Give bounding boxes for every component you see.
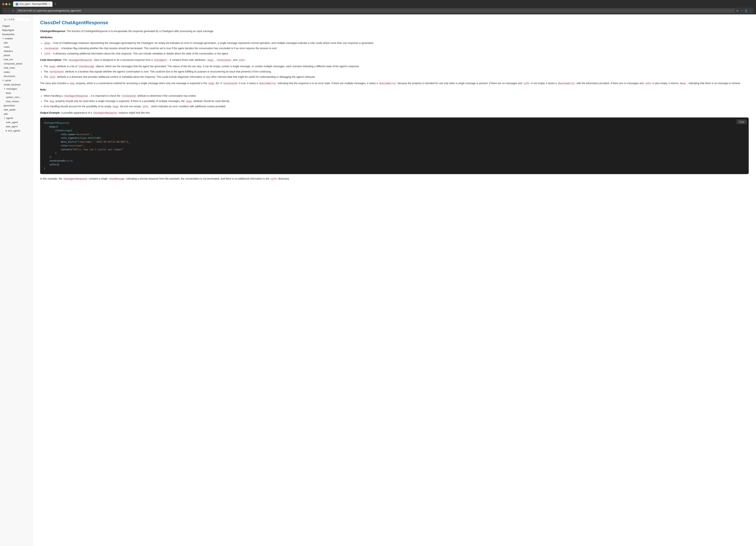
attribute-desc: : A dictionary containing additional inf…: [52, 52, 229, 55]
menu-icon[interactable]: ⋮: [749, 9, 752, 12]
copy-button[interactable]: Copy: [737, 120, 747, 124]
sidebar-item-utils[interactable]: utils: [0, 41, 33, 45]
sidebar-item-label: utils: [4, 113, 8, 115]
minimize-traffic-light[interactable]: [5, 3, 7, 5]
profile-icon[interactable]: 👤: [745, 9, 748, 12]
forward-button[interactable]: →: [8, 9, 11, 12]
code-inline: msgs: [112, 105, 119, 108]
extensions-icon[interactable]: ⊕: [736, 9, 739, 12]
sidebar-item-utils2[interactable]: utils: [0, 112, 33, 116]
code-inline: info: [49, 76, 56, 79]
sidebar-item-label: Introduction: [2, 33, 15, 36]
back-button[interactable]: ←: [4, 9, 7, 12]
sidebar-item-statistics[interactable]: statistics: [0, 49, 33, 53]
list-item: terminated : A boolean flag indicating w…: [44, 46, 749, 50]
sidebar-item-model-backend[interactable]: model_backend: [0, 83, 33, 87]
new-tab-button[interactable]: +: [54, 2, 57, 6]
note-list: When handling a ChatAgentResponse , it i…: [44, 94, 749, 109]
attributes-list: msgs : A list of ChatMessage instances r…: [44, 41, 749, 56]
attribute-desc: : A boolean flag indicating whether the …: [60, 47, 277, 50]
reload-button[interactable]: ↺: [12, 9, 14, 12]
code-inline: terminated: [121, 95, 137, 98]
close-traffic-light[interactable]: [2, 3, 4, 5]
active-tab[interactable]: chat_agent · RepoAgent帮助 ✕: [13, 1, 52, 7]
code-inline: msg: [49, 100, 55, 103]
list-item: info : A dictionary containing additiona…: [44, 52, 749, 56]
sidebar-item-chat-chain[interactable]: chat_chain: [0, 66, 33, 70]
sidebar-item-label: task_agent: [6, 125, 17, 128]
app-layout: XAgent RepoAgent Introduction ▼ chatdev …: [0, 14, 756, 546]
chevron-right-icon: ▶: [6, 130, 7, 132]
code-inline: info: [644, 82, 652, 85]
code-inline: msgs: [49, 65, 56, 68]
sidebar-item-generators[interactable]: generators: [0, 104, 33, 108]
code-inline: msgs: [185, 100, 193, 103]
code-inline: terminated: [216, 59, 232, 62]
sidebar-item-phase[interactable]: phase: [0, 53, 33, 57]
sidebar-group-chatdev[interactable]: ▼ chatdev: [0, 36, 33, 41]
sidebar-item-repoagent[interactable]: RepoAgent: [0, 28, 33, 32]
browser-chrome: chat_agent · RepoAgent帮助 ✕ + ← → ↺ ⊕ ☆ 👤…: [0, 0, 756, 14]
sidebar-item-system-mes[interactable]: system_mes...: [0, 95, 33, 99]
code-inline: info: [142, 105, 149, 108]
sidebar-item-documents[interactable]: documents: [0, 74, 33, 78]
code-inline: info: [523, 82, 530, 85]
sidebar-item-label: documents: [4, 75, 15, 78]
sidebar-item-base[interactable]: base: [0, 91, 33, 95]
code-inline: ChatAgent: [153, 59, 168, 62]
sidebar-item-critic-agent[interactable]: critic_agent: [0, 120, 33, 124]
sidebar-item-codes[interactable]: codes: [0, 70, 33, 74]
sidebar-group-agents[interactable]: ▼ agents: [0, 116, 33, 120]
page-title: ClassDef ChatAgentResponse: [40, 20, 749, 26]
sidebar-item-task-agent[interactable]: task_agent: [0, 124, 33, 129]
sidebar-item-chat-messa[interactable]: chat_messa...: [0, 99, 33, 104]
list-item: The info attribute is a dictionary that …: [44, 75, 749, 79]
sidebar-item-label: base: [6, 92, 11, 94]
sidebar-search-input[interactable]: [2, 17, 30, 22]
sidebar-item-label: codes: [4, 71, 10, 73]
sidebar-group-tool-agents[interactable]: ▶ tool_agents: [0, 129, 33, 133]
sidebar-item-web-spider[interactable]: web_spider: [0, 108, 33, 112]
sidebar-item-chat-env[interactable]: chat_env: [0, 57, 33, 62]
list-item: When handling a ChatAgentResponse , it i…: [44, 94, 749, 98]
tab-close-button[interactable]: ✕: [48, 3, 50, 5]
bookmark-icon[interactable]: ☆: [740, 9, 743, 12]
address-bar[interactable]: [16, 9, 735, 13]
sidebar-item-label: system_mes...: [6, 96, 21, 99]
list-item: The msgs attribute is a list of ChatMess…: [44, 64, 749, 69]
code-inline: terminated: [223, 82, 238, 85]
sidebar-item-label: phase: [4, 54, 10, 57]
sidebar-item-introduction[interactable]: Introduction: [0, 32, 33, 36]
code-inline: ChatAgentResponse: [64, 95, 89, 98]
code-inline: RuntimeError: [558, 82, 576, 85]
sidebar-item-xagent[interactable]: XAgent: [0, 24, 33, 28]
code-inline: msgs: [207, 59, 214, 62]
sidebar-item-label: roster: [4, 46, 10, 48]
sidebar-group-label-text: chatdev: [5, 37, 13, 40]
attributes-label: Attributes:: [40, 35, 749, 39]
sidebar-item-label: utils: [4, 41, 8, 44]
sidebar-item-label: generators: [4, 104, 15, 107]
code-desc-list: The msgs attribute is a list of ChatMess…: [44, 64, 749, 79]
maximize-traffic-light[interactable]: [8, 3, 11, 5]
code-inline: ChatAgentResponse: [68, 59, 93, 62]
output-example-label: Output Example:: [40, 111, 61, 114]
sidebar-item-label: RepoAgent: [2, 29, 14, 32]
list-item: msgs : A list of ChatMessage instances r…: [44, 41, 749, 45]
tab-favicon: [16, 3, 18, 5]
sidebar-item-composed-phase[interactable]: composed_phase: [0, 62, 33, 66]
sidebar-item-roster[interactable]: roster: [0, 45, 33, 49]
chevron-down-icon: ▼: [2, 79, 4, 81]
sidebar-item-label: chat_env: [4, 58, 13, 61]
class-also-paragraph: The class also includes a msg property, …: [40, 81, 749, 85]
sidebar-group-messages[interactable]: ▼ messages: [0, 87, 33, 91]
list-item: The msg property should only be used whe…: [44, 99, 749, 103]
sidebar-group-label-text: messages: [6, 87, 17, 90]
sidebar-item-label: chat_messa...: [6, 100, 21, 103]
code-inline: msgs: [208, 82, 215, 85]
code-inline: terminated: [49, 71, 64, 73]
tab-title: chat_agent · RepoAgent帮助: [19, 3, 47, 6]
sidebar-group-camel[interactable]: ▼ camel: [0, 78, 33, 83]
sidebar-item-label: composed_phase: [4, 62, 22, 65]
code-content: ChatAgentResponse( msgs=[ ChatMessage( r…: [44, 121, 745, 170]
